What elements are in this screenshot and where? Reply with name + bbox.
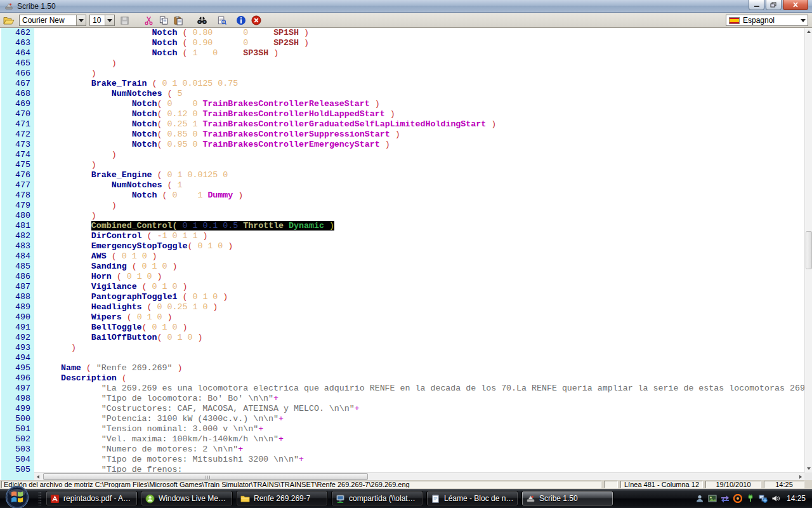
code-line: Name ( "Renfe 269.269" ) [34, 363, 804, 373]
messenger-user-icon[interactable] [694, 493, 705, 504]
scroll-up-arrow[interactable] [805, 28, 812, 36]
line-number: 472 [1, 130, 34, 140]
transfer-arrows-icon[interactable] [719, 493, 731, 504]
line-number: 475 [1, 160, 34, 170]
volume-icon[interactable] [770, 493, 782, 504]
code-line: Brake_Train ( 0 1 0.0125 0.75 [34, 79, 804, 89]
line-number: 496 [1, 373, 34, 384]
line-number: 476 [1, 170, 34, 180]
code-line: Notch ( 0.80 0 SP1SH ) [34, 28, 804, 38]
taskbar-button-label: Renfe 269.269-7 [254, 494, 310, 503]
code-line: Vigilance ( 0 1 0 ) [34, 282, 804, 292]
titlebar: Scribe 1.50 [0, 0, 812, 13]
code-line: Notch( 0.95 0 TrainBrakesControllerEmerg… [34, 140, 804, 150]
font-size-value: 10 [93, 16, 101, 25]
status-empty-panel [604, 481, 618, 488]
line-number: 466 [1, 69, 34, 79]
usb-plug-icon[interactable] [745, 493, 756, 504]
cut-button[interactable] [142, 15, 155, 26]
code-line: Notch( 0.12 0 TrainBrakesControllerHoldL… [34, 109, 804, 119]
taskbar-clock[interactable]: 14:25 [787, 494, 806, 503]
code-line: Description ( [34, 373, 804, 384]
line-number: 477 [1, 180, 34, 190]
vertical-scrollbar[interactable] [804, 28, 812, 472]
close-button[interactable] [783, 0, 808, 10]
code-line: DirControl ( -1 0 1 1 ) [34, 231, 804, 241]
line-number: 467 [1, 79, 34, 89]
vertical-scroll-thumb[interactable] [806, 231, 812, 269]
restore-button[interactable] [766, 0, 782, 10]
line-number: 490 [1, 312, 34, 323]
taskbar-button[interactable]: Windows Live Mess... [141, 491, 233, 506]
language-dropdown-arrow[interactable] [798, 15, 808, 25]
code-line: NumNotches ( 1 [34, 180, 804, 190]
line-number: 479 [1, 201, 34, 211]
line-number: 494 [1, 353, 34, 363]
code-line: Notch ( 0.90 0 SP2SH ) [34, 38, 804, 48]
line-number: 464 [1, 48, 34, 58]
code-line [34, 353, 804, 363]
selected-line-highlight: Combined_Control( 0 1 0.1 0.5 Throttle D… [91, 221, 334, 231]
scrollbar-corner [804, 472, 812, 480]
font-size-select[interactable]: 10 [89, 15, 115, 26]
line-number: 505 [1, 465, 34, 475]
open-file-button[interactable] [3, 15, 15, 26]
paste-button[interactable] [172, 15, 185, 26]
scribe-app-icon [4, 2, 14, 11]
line-number: 481 [1, 221, 34, 231]
editor: 4624634644654664674684694704714724734744… [0, 28, 812, 480]
line-number: 463 [1, 38, 34, 48]
network-status-icon[interactable] [757, 493, 769, 504]
taskbar-button[interactable]: Léame - Bloc de not... [426, 491, 518, 506]
line-number: 487 [1, 282, 34, 292]
code-line: BailOffButton( 0 1 0 ) [34, 333, 804, 343]
spain-flag-icon [729, 17, 740, 24]
status-date: 19/10/2010 [705, 481, 761, 488]
info-button[interactable] [235, 15, 247, 26]
font-family-value: Courier New [22, 16, 65, 25]
horizontal-scrollbar[interactable] [34, 472, 804, 480]
language-select[interactable]: Espagnol [726, 15, 808, 26]
system-tray: 14:25 [693, 489, 812, 508]
code-line: Wipers ( 0 1 0 ) [34, 312, 804, 323]
minimize-button[interactable] [749, 0, 764, 10]
taskbar-button[interactable]: repintados.pdf - Ad... [46, 491, 138, 506]
save-button[interactable] [118, 15, 131, 26]
code-line: BellToggle( 0 1 0 ) [34, 323, 804, 333]
line-number: 486 [1, 272, 34, 282]
start-button[interactable] [5, 485, 29, 508]
font-size-dropdown-arrow[interactable] [105, 15, 114, 25]
taskbar-button-label: Scribe 1.50 [539, 494, 578, 503]
taskbar-button[interactable]: Renfe 269.269-7 [236, 491, 328, 506]
code-line: Headlights ( 0 0.25 1 0 ) [34, 302, 804, 312]
code-area[interactable]: Notch ( 0.80 0 SP1SH ) Notch ( 0.90 0 SP… [34, 28, 804, 480]
code-line: ) [34, 211, 804, 221]
scribe-icon [526, 494, 535, 504]
find-button[interactable] [195, 15, 208, 26]
taskbar-button-label: Windows Live Mess... [159, 494, 228, 503]
line-number: 489 [1, 302, 34, 312]
scroll-down-arrow[interactable] [805, 465, 812, 472]
taskbar-grip[interactable] [38, 491, 42, 505]
taskbar-button[interactable]: Scribe 1.50 [521, 491, 613, 506]
print-preview-button[interactable] [216, 15, 228, 26]
horizontal-scroll-thumb[interactable] [43, 473, 368, 480]
language-value: Espagnol [743, 16, 775, 25]
photo-viewer-icon[interactable] [707, 493, 718, 504]
exit-button[interactable] [250, 15, 263, 26]
taskbar-button[interactable]: compartida (\\olatz)... [331, 491, 423, 506]
download-manager-icon[interactable] [732, 493, 743, 504]
code-line: "Costructores: CAF, MACOSA, ATEINSA y ME… [34, 404, 804, 414]
code-line: "Vel. maxima: 100km/h-140km/h \n\n"+ [34, 434, 804, 444]
line-number: 471 [1, 119, 34, 130]
line-number: 468 [1, 89, 34, 99]
folder-icon [240, 494, 250, 504]
font-family-select[interactable]: Courier New [19, 15, 86, 26]
copy-button[interactable] [157, 15, 170, 26]
code-line: Notch( 0 0 TrainBrakesControllerReleaseS… [34, 99, 804, 109]
code-line: ) [34, 343, 804, 353]
notepad-icon [431, 494, 440, 504]
code-line: Notch ( 1 0 SP3SH ) [34, 48, 804, 58]
line-number: 502 [1, 434, 34, 444]
font-family-dropdown-arrow[interactable] [76, 15, 86, 25]
